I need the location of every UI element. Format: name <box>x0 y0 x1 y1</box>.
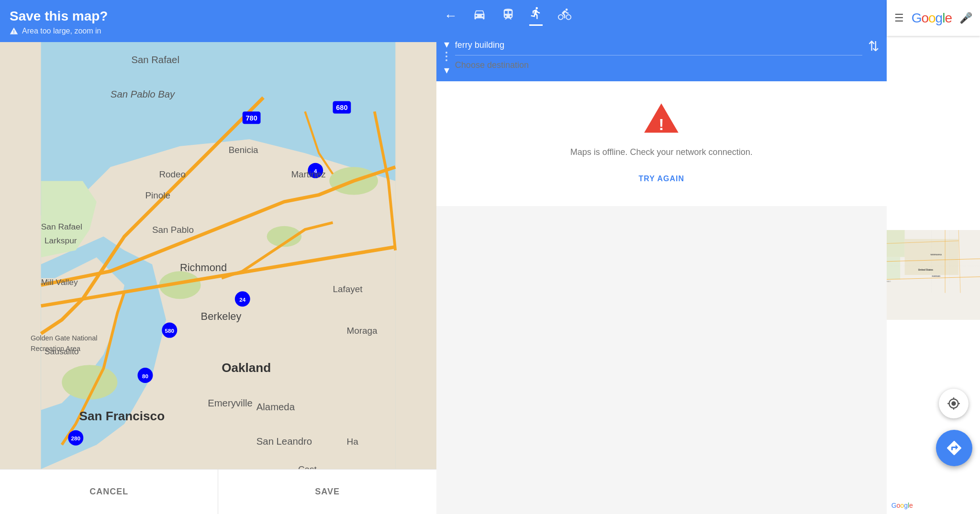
svg-text:San Leandro: San Leandro <box>256 436 312 447</box>
nav-header: ← <box>436 0 887 81</box>
origin-pin-icon: ▾ <box>444 39 449 50</box>
save-button[interactable]: SAVE <box>218 470 436 514</box>
svg-text:24: 24 <box>239 296 245 303</box>
svg-text:Emeryville: Emeryville <box>208 398 253 408</box>
save-warning: Area too large, zoom in <box>10 27 427 35</box>
origin-input[interactable] <box>455 40 862 50</box>
warning-icon <box>10 27 18 35</box>
directions-button[interactable] <box>936 430 972 466</box>
google-search-bar: ☰ Google 🎤 <box>887 0 980 36</box>
svg-text:580: 580 <box>165 328 174 334</box>
destination-row <box>455 55 862 75</box>
svg-text:Recreation Area: Recreation Area <box>31 345 81 352</box>
gray-area <box>436 206 887 514</box>
svg-text:Ha: Ha <box>347 437 359 447</box>
svg-text:San Pablo: San Pablo <box>152 225 194 235</box>
walk-mode-button[interactable] <box>529 6 543 26</box>
my-location-button[interactable] <box>939 389 969 418</box>
svg-text:San Rafael: San Rafael <box>41 222 82 231</box>
cancel-button[interactable]: CANCEL <box>0 470 218 514</box>
far-right-panel: ☰ Google 🎤 <box>887 0 980 514</box>
svg-text:Lafayet: Lafayet <box>333 284 363 294</box>
svg-text:280: 280 <box>71 435 80 441</box>
svg-text:Richmond: Richmond <box>180 262 227 273</box>
transit-mode-button[interactable] <box>501 8 516 24</box>
svg-text:Golden Gate National: Golden Gate National <box>31 334 98 342</box>
far-right-map[interactable]: NEBRASKA KANSAS United States RADO Googl… <box>887 36 980 514</box>
svg-text:!: ! <box>659 116 664 133</box>
svg-text:Oakland: Oakland <box>222 361 271 375</box>
bike-mode-button[interactable] <box>556 8 573 24</box>
swap-directions-button[interactable]: ⇅ <box>868 35 879 54</box>
svg-text:RADO: RADO <box>887 281 891 283</box>
bottom-bar: CANCEL SAVE <box>0 469 436 514</box>
origin-row <box>455 35 862 55</box>
svg-text:780: 780 <box>246 114 257 122</box>
google-logo: Google <box>912 11 952 26</box>
destination-input[interactable] <box>455 60 862 70</box>
try-again-button[interactable]: TRY AGAIN <box>631 171 692 187</box>
svg-text:Cast: Cast <box>298 464 317 469</box>
svg-text:United States: United States <box>918 269 933 271</box>
svg-text:Mill Valley: Mill Valley <box>41 277 78 287</box>
svg-text:Rodeo: Rodeo <box>159 169 186 179</box>
car-mode-button[interactable] <box>472 8 487 24</box>
svg-text:80: 80 <box>142 373 148 379</box>
nav-top-row: ← <box>436 0 887 32</box>
destination-pin-icon: ▾ <box>444 65 449 76</box>
nav-dot-1 <box>445 52 447 54</box>
back-button[interactable]: ← <box>444 8 457 23</box>
nav-dot-3 <box>445 59 447 61</box>
svg-text:Benicia: Benicia <box>229 145 258 155</box>
svg-text:Berkeley: Berkeley <box>201 310 242 322</box>
svg-text:San Pablo Bay: San Pablo Bay <box>111 89 176 99</box>
directions-icon <box>946 439 963 457</box>
svg-text:Martinez: Martinez <box>291 169 325 179</box>
svg-text:Pinole: Pinole <box>145 190 170 200</box>
nav-dots: ▾ ▾ <box>444 35 449 76</box>
save-title: Save this map? <box>10 9 427 24</box>
nav-panel: ← <box>436 0 887 514</box>
nav-inputs: ▾ ▾ ⇅ <box>436 32 887 81</box>
svg-text:Alameda: Alameda <box>256 402 295 412</box>
map-svg: 780 680 580 4 24 80 280 101 San Pablo Ba… <box>0 42 436 469</box>
location-icon <box>947 397 960 410</box>
svg-text:680: 680 <box>336 104 347 111</box>
map-area[interactable]: 780 680 580 4 24 80 280 101 San Pablo Ba… <box>0 42 436 469</box>
svg-text:KANSAS: KANSAS <box>932 275 940 277</box>
google-watermark: Google <box>891 502 913 509</box>
nav-fields <box>455 35 862 75</box>
transport-mode-selector <box>472 6 573 26</box>
left-panel: Save this map? Area too large, zoom in <box>0 0 436 514</box>
svg-text:Larkspur: Larkspur <box>45 236 77 245</box>
svg-text:San Rafael: San Rafael <box>131 55 179 65</box>
hamburger-menu-icon[interactable]: ☰ <box>894 12 904 24</box>
svg-text:Moraga: Moraga <box>347 326 378 336</box>
save-header: Save this map? Area too large, zoom in <box>0 0 436 42</box>
svg-rect-57 <box>887 257 900 279</box>
microphone-icon[interactable]: 🎤 <box>959 12 972 24</box>
svg-text:San Francisco: San Francisco <box>79 409 165 423</box>
svg-text:NEBRASKA: NEBRASKA <box>930 253 941 256</box>
nav-dot-2 <box>445 55 447 57</box>
error-message: Maps is offline. Check your network conn… <box>570 145 753 159</box>
warning-text: Area too large, zoom in <box>22 27 101 35</box>
error-triangle-icon: ! <box>642 100 680 134</box>
error-panel: ! Maps is offline. Check your network co… <box>436 81 887 206</box>
